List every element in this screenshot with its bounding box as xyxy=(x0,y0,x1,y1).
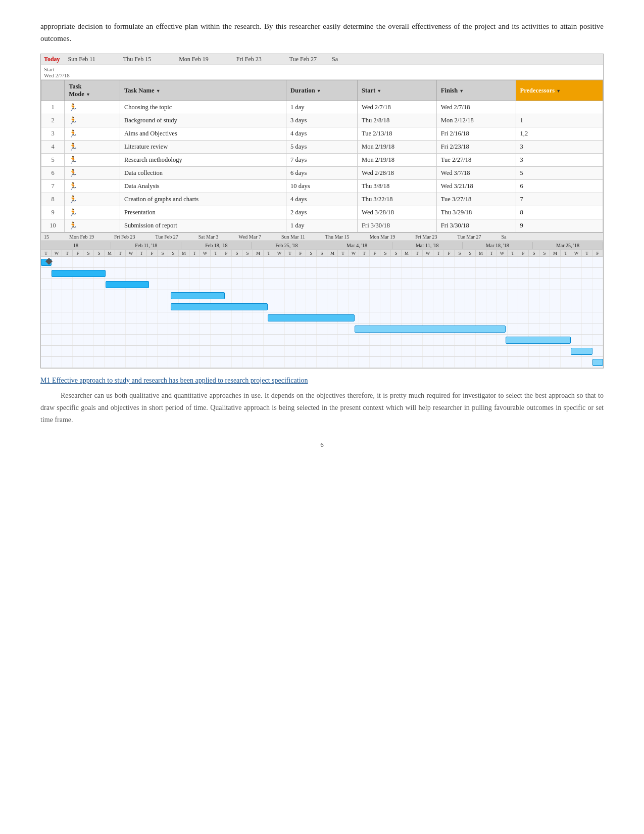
gantt-week-label: 18 xyxy=(41,242,111,249)
finish-cell: Tue 3/27/18 xyxy=(436,193,516,206)
predecessors-cell xyxy=(516,101,603,114)
tl-mon-feb19: Mon Feb 19 xyxy=(69,234,94,240)
gantt-day-cell: F xyxy=(147,250,158,256)
gantt-day-cell: T xyxy=(508,250,518,256)
gantt-day-cell: T xyxy=(136,250,147,256)
task-name-cell: Data Analysis xyxy=(120,180,286,193)
gantt-day-cell: S xyxy=(158,250,168,256)
gantt-day-cell: S xyxy=(455,250,465,256)
gantt-day-cell: T xyxy=(433,250,444,256)
header-date-1: Sun Feb 11 xyxy=(68,56,95,63)
gantt-bar xyxy=(106,281,149,288)
gantt-day-cell: S xyxy=(539,250,550,256)
predecessors-cell: 3 xyxy=(516,154,603,167)
start-cell: Mon 2/19/18 xyxy=(358,141,437,154)
page-number: 6 xyxy=(40,441,604,449)
start-cell: Mon 2/19/18 xyxy=(358,154,437,167)
gantt-bar xyxy=(171,292,225,299)
tl-15: 15 xyxy=(44,234,49,240)
gantt-day-cell: T xyxy=(561,250,571,256)
gantt-day-cell: M xyxy=(327,250,338,256)
col-num xyxy=(41,80,65,101)
col-start[interactable]: Start ▼ xyxy=(358,80,437,101)
gantt-day-cell: S xyxy=(391,250,402,256)
task-mode-icon: 🏃 xyxy=(69,182,77,190)
header-date-6: Sa xyxy=(332,56,338,63)
gantt-bar xyxy=(571,348,592,355)
task-mode-cell: 🏃 xyxy=(65,154,120,167)
col-predecessors[interactable]: Predecessors ▼ xyxy=(516,80,603,101)
gantt-chart-row xyxy=(41,268,603,279)
gantt-day-cell: M xyxy=(179,250,189,256)
gantt-day-cell: F xyxy=(592,250,603,256)
task-name-cell: Choosing the topic xyxy=(120,101,286,114)
col-finish[interactable]: Finish ▼ xyxy=(436,80,516,101)
start-cell: Tue 2/13/18 xyxy=(358,127,437,141)
finish-cell: Wed 3/7/18 xyxy=(436,167,516,180)
duration-cell: 4 days xyxy=(286,127,358,141)
gantt-day-cell: T xyxy=(211,250,221,256)
m1-heading[interactable]: M1 Effective approach to study and resea… xyxy=(40,377,604,385)
gantt-bar xyxy=(355,326,506,333)
predecessors-cell: 5 xyxy=(516,167,603,180)
gantt-day-cell: T xyxy=(189,250,200,256)
tl-mon-mar19: Mon Mar 19 xyxy=(370,234,395,240)
gantt-day-cell: S xyxy=(306,250,317,256)
gantt-day-cell: T xyxy=(41,250,52,256)
task-mode-icon: 🏃 xyxy=(69,143,77,151)
start-cell: Thu 3/22/18 xyxy=(358,193,437,206)
duration-cell: 10 days xyxy=(286,180,358,193)
tl-tue-feb27: Tue Feb 27 xyxy=(156,234,178,240)
gantt-bar xyxy=(268,314,354,321)
task-name-cell: Background of study xyxy=(120,114,286,127)
finish-cell: Tue 2/27/18 xyxy=(436,154,516,167)
task-mode-cell: 🏃 xyxy=(65,114,120,127)
task-mode-icon: 🏃 xyxy=(69,169,77,177)
gantt-bar xyxy=(506,337,570,344)
task-mode-icon: 🏃 xyxy=(69,130,77,137)
start-cell: Wed 2/28/18 xyxy=(358,167,437,180)
task-mode-cell: 🏃 xyxy=(65,101,120,114)
gantt-day-cell: M xyxy=(105,250,115,256)
gantt-day-cell: M xyxy=(253,250,264,256)
tl-fri-feb23: Fri Feb 23 xyxy=(114,234,135,240)
predecessors-cell: 9 xyxy=(516,219,603,233)
table-row: 9 🏃 Presentation 2 days Wed 3/28/18 Thu … xyxy=(41,206,603,219)
duration-cell: 7 days xyxy=(286,154,358,167)
row-number: 5 xyxy=(41,154,65,167)
duration-cell: 4 days xyxy=(286,193,358,206)
start-cell: Fri 3/30/18 xyxy=(358,219,437,233)
gantt-day-cell: M xyxy=(476,250,486,256)
col-duration[interactable]: Duration ▼ xyxy=(286,80,358,101)
tl-sat-mar3: Sat Mar 3 xyxy=(199,234,218,240)
predecessors-cell: 3 xyxy=(516,141,603,154)
row-number: 3 xyxy=(41,127,65,141)
gantt-day-cell: S xyxy=(465,250,476,256)
gantt-wrapper: Today Sun Feb 11 Thu Feb 15 Mon Feb 19 F… xyxy=(40,54,604,233)
gantt-day-cell: F xyxy=(221,250,232,256)
gantt-day-cell: S xyxy=(529,250,539,256)
today-label: Today xyxy=(44,56,60,63)
col-task-name[interactable]: Task Name ▼ xyxy=(120,80,286,101)
gantt-day-cell: T xyxy=(412,250,423,256)
gantt-week-label: Feb 25, '18 xyxy=(252,242,322,249)
table-row: 1 🏃 Choosing the topic 1 day Wed 2/7/18 … xyxy=(41,101,603,114)
gantt-day-cell: T xyxy=(338,250,349,256)
header-date-2: Thu Feb 15 xyxy=(123,56,151,63)
finish-cell: Mon 2/12/18 xyxy=(436,114,516,127)
gantt-day-cell: F xyxy=(295,250,306,256)
header-date-5: Tue Feb 27 xyxy=(289,56,317,63)
finish-cell: Fri 2/16/18 xyxy=(436,127,516,141)
task-name-cell: Creation of graphs and charts xyxy=(120,193,286,206)
task-mode-cell: 🏃 xyxy=(65,141,120,154)
gantt-day-cell: S xyxy=(380,250,391,256)
header-date-4: Fri Feb 23 xyxy=(236,56,262,63)
tl-fri-mar23: Fri Mar 23 xyxy=(415,234,437,240)
gantt-day-cell: W xyxy=(274,250,285,256)
col-task-mode[interactable]: Task Mode ▼ xyxy=(65,80,120,101)
gantt-week-label: Mar 25, '18 xyxy=(533,242,603,249)
task-mode-cell: 🏃 xyxy=(65,193,120,206)
gantt-day-cell: S xyxy=(168,250,179,256)
finish-cell: Fri 3/30/18 xyxy=(436,219,516,233)
gantt-bar xyxy=(592,359,603,366)
